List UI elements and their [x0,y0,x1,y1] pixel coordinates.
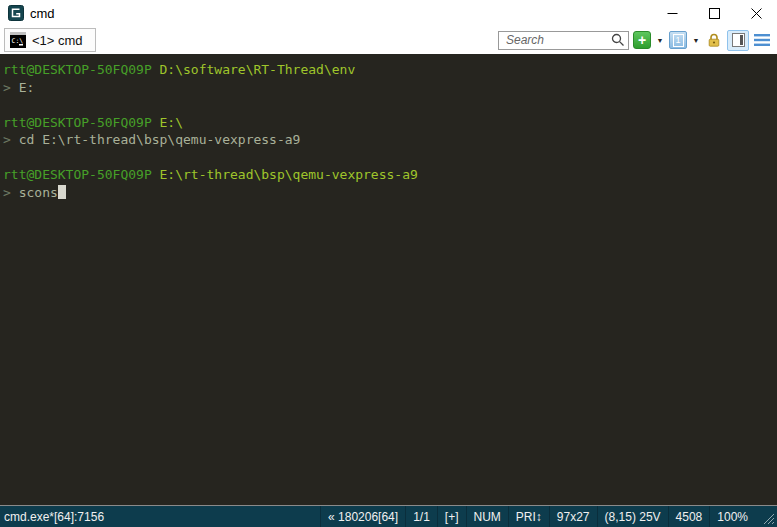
hamburger-menu-icon [754,34,770,46]
status-cell: (8,15) 25V [597,506,668,527]
close-icon [751,8,762,19]
window-number-icon: 1 [673,34,684,47]
resize-grip[interactable] [755,506,777,527]
conemu-logo-icon [8,5,24,21]
status-bar: cmd.exe*[64]:7156 « 180206[64]1/1[+]NUMP… [0,505,777,527]
main-menu-button[interactable] [753,31,771,49]
minimize-icon [667,8,678,19]
conemu-window: cmd [0,0,777,527]
status-process-info: cmd.exe*[64]:7156 [0,506,320,527]
status-cell: [+] [437,506,466,527]
minimize-button[interactable] [651,0,693,26]
tab-bar: C:\ <1> cmd + ▼ 1 ▼ [0,26,777,54]
lock-icon [706,32,722,48]
window-controls [651,0,777,26]
terminal-line: > cd E:\rt-thread\bsp\qemu-vexpress-a9 [3,131,774,149]
tabbar-right: + ▼ 1 ▼ [498,30,773,51]
close-button[interactable] [735,0,777,26]
search-box [498,31,629,50]
terminal-line: > E: [3,79,774,97]
side-panel-toggle-button[interactable] [727,30,749,51]
status-cell: NUM [466,506,508,527]
lock-button[interactable] [705,31,723,49]
status-cell: 100% [709,506,755,527]
svg-text:C:\: C:\ [12,37,24,45]
status-cell: PRI↕ [508,506,549,527]
new-console-button[interactable]: + [633,31,651,49]
status-cell: 4508 [668,506,710,527]
window-number-dropdown[interactable]: ▼ [691,37,701,44]
titlebar-left: cmd [0,0,651,26]
status-cell: 97x27 [549,506,597,527]
cmd-console-icon: C:\ [10,32,26,48]
terminal-line: rtt@DESKTOP-50FQ09P E:\ [3,114,774,132]
search-input[interactable] [504,32,611,48]
tab-label: <1> cmd [32,33,83,48]
terminal-line: > scons [3,184,774,202]
terminal-output[interactable]: rtt@DESKTOP-50FQ09P D:\software\RT-Threa… [0,54,777,505]
plus-icon: + [638,33,646,47]
terminal-cursor [58,185,66,199]
window-number-button[interactable]: 1 [669,31,687,49]
terminal-line: rtt@DESKTOP-50FQ09P E:\rt-thread\bsp\qem… [3,166,774,184]
panel-window-icon [732,33,745,47]
terminal-line [3,96,774,114]
search-icon [611,33,625,47]
status-cells: « 180206[64]1/1[+]NUMPRI↕97x27(8,15) 25V… [320,506,755,527]
new-console-dropdown[interactable]: ▼ [655,37,665,44]
maximize-icon [709,8,720,19]
tab-cmd[interactable]: C:\ <1> cmd [4,28,96,52]
titlebar[interactable]: cmd [0,0,777,26]
status-cell: 1/1 [405,506,437,527]
terminal-line [3,149,774,167]
window-title: cmd [30,6,55,21]
maximize-button[interactable] [693,0,735,26]
terminal-line: rtt@DESKTOP-50FQ09P D:\software\RT-Threa… [3,61,774,79]
status-cell: « 180206[64] [320,506,405,527]
